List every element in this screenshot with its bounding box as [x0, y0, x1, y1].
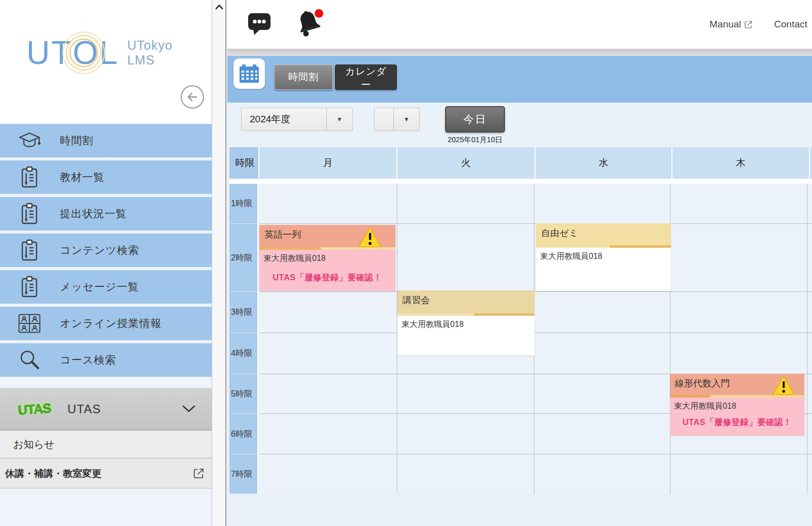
utol-logo-subtitle: UTokyoLMS [127, 38, 173, 68]
clipboard-icon [18, 203, 41, 225]
period-label-1: 1時限 [229, 184, 257, 224]
sidebar-scrollbar[interactable] [213, 0, 226, 526]
sidebar-collapse-button[interactable] [181, 85, 204, 109]
topbar-links: Manual Contact [709, 0, 807, 49]
event-instructor: 東大用教職員018 [670, 398, 804, 412]
contact-link[interactable]: Contact [774, 19, 807, 30]
sidebar-menu: 時間割 教材一覧 提出状況一覧 コンテンツ検索 [0, 124, 212, 380]
sidebar-item-online-class[interactable]: オンライン授業情報 [0, 307, 212, 340]
day-header-tuesday: 火 [397, 147, 534, 179]
sidebar-item-materials[interactable]: 教材一覧 [0, 160, 212, 194]
event-title: 自由ゼミ [541, 228, 578, 238]
chevron-down-icon [182, 405, 195, 413]
sidebar-item-label: 教材一覧 [60, 170, 105, 184]
event-free-seminar[interactable]: 自由ゼミ 東大用教職員018 [536, 223, 671, 291]
utol-logo[interactable]: UTOL UTokyoLMS [26, 37, 173, 69]
contact-label: Contact [774, 19, 807, 30]
today-button[interactable]: 今日 [445, 106, 505, 133]
event-header: 自由ゼミ [536, 223, 671, 245]
event-header: 講習会 [397, 290, 534, 313]
sidebar-item-label: メッセージ一覧 [60, 280, 139, 294]
notices-label: お知らせ [13, 438, 54, 451]
year-select-value: 2024年度 [242, 113, 326, 126]
period-label-5: 5時限 [229, 374, 257, 414]
year-select[interactable]: 2024年度 ▼ [241, 108, 353, 131]
event-title: 講習会 [402, 295, 430, 305]
day-header-monday: 月 [259, 147, 396, 179]
day-header-wednesday: 水 [535, 147, 671, 179]
event-linear-algebra[interactable]: 線形代数入門 東大用教職員018 UTAS「履修登録」要確認！ [670, 374, 804, 436]
calendar-icon-button[interactable] [233, 58, 265, 89]
sidebar-item-messages[interactable]: メッセージ一覧 [0, 270, 212, 304]
event-body: 東大用教職員018 UTAS「履修登録」要確認！ [670, 398, 804, 436]
event-instructor: 東大用教職員018 [259, 250, 395, 264]
sidebar-item-label: コンテンツ検索 [60, 243, 139, 257]
period-column-header: 時限 [229, 147, 258, 179]
event-header: 英語一列 [259, 225, 395, 247]
sidebar-item-label: オンライン授業情報 [60, 316, 161, 331]
manual-link[interactable]: Manual [709, 19, 753, 30]
class-changes-label: 休講・補講・教室変更 [5, 467, 101, 480]
event-title: 線形代数入門 [675, 378, 730, 388]
controls-row: 2024年度 ▼ ▼ 今日 2025年01月10日 [227, 103, 812, 147]
event-body: 東大用教職員018 UTAS「履修登録」要確認！ [259, 250, 395, 291]
sidebar-item-content-search[interactable]: コンテンツ検索 [0, 234, 212, 267]
caret-down-icon: ▼ [327, 116, 352, 123]
notification-badge [315, 9, 323, 18]
external-link-icon [744, 20, 753, 29]
external-link-icon [193, 468, 205, 479]
graduation-cap-icon [18, 130, 41, 151]
period-label-7: 7時限 [229, 454, 257, 494]
online-class-icon [18, 314, 41, 333]
event-body: 東大用教職員018 [397, 316, 534, 355]
utol-lms-page: UTOL UTokyoLMS 時間割 教材一覧 [0, 0, 812, 526]
calendar-icon [240, 64, 259, 83]
sidebar-item-course-search[interactable]: コース検索 [0, 343, 212, 377]
warning-icon [358, 226, 382, 248]
sidebar-item-label: コース検索 [60, 353, 116, 367]
manual-label: Manual [709, 19, 741, 30]
period-label-2: 2時限 [229, 224, 257, 292]
utas-logo-icon: UTAS [18, 400, 52, 418]
topbar: Manual Contact [227, 0, 812, 49]
event-warning-text: UTAS「履修登録」要確認！ [259, 272, 395, 283]
term-select[interactable]: ▼ [374, 108, 420, 131]
scroll-up-icon[interactable] [215, 4, 223, 10]
event-instructor: 東大用教職員018 [397, 316, 534, 330]
sidebar-item-notices[interactable]: お知らせ [0, 431, 212, 458]
event-title: 英語一列 [264, 229, 301, 240]
utas-section-label: UTAS [67, 402, 101, 416]
utol-logo-text: UTOL [26, 37, 119, 69]
day-header-thursday: 木 [672, 147, 809, 179]
sidebar-item-submissions[interactable]: 提出状況一覧 [0, 197, 212, 231]
event-instructor: 東大用教職員018 [536, 248, 671, 262]
clipboard-icon [18, 166, 41, 188]
chat-icon[interactable] [248, 13, 272, 36]
sidebar: UTOL UTokyoLMS 時間割 教材一覧 [0, 0, 212, 526]
period-labels: 1時限 2時限 3時限 4時限 5時限 6時限 7時限 [229, 184, 258, 494]
warning-icon [772, 375, 795, 396]
event-header: 線形代数入門 [670, 374, 804, 395]
tab-calendar[interactable]: カレンダー [335, 64, 397, 90]
period-label-6: 6時限 [229, 414, 257, 454]
period-label-3: 3時限 [229, 292, 257, 333]
search-icon [18, 349, 41, 371]
timetable-header: 時限 月 火 水 木 [229, 147, 812, 184]
today-group: 今日 2025年01月10日 [445, 106, 505, 145]
logo-block: UTOL UTokyoLMS [0, 0, 212, 124]
event-english-course[interactable]: 英語一列 東大用教職員018 UTAS「履修登録」要確認！ [259, 225, 395, 291]
sidebar-item-label: 提出状況一覧 [60, 207, 127, 221]
sidebar-utas-section[interactable]: UTAS UTAS [0, 388, 212, 431]
sidebar-item-class-changes[interactable]: 休講・補講・教室変更 [0, 459, 212, 488]
period-label-4: 4時限 [229, 333, 257, 374]
arrow-left-icon [186, 91, 198, 103]
sidebar-item-timetable[interactable]: 時間割 [0, 124, 212, 157]
caret-down-icon: ▼ [394, 116, 419, 123]
day-header-friday-clipped [810, 147, 812, 179]
notification-bell-icon[interactable] [294, 8, 324, 37]
tab-timetable[interactable]: 時間割 [274, 64, 333, 90]
event-workshop[interactable]: 講習会 東大用教職員018 [397, 290, 534, 355]
event-warning-text: UTAS「履修登録」要確認！ [670, 417, 804, 428]
clipboard-icon [18, 239, 41, 261]
current-date: 2025年01月10日 [445, 135, 505, 145]
